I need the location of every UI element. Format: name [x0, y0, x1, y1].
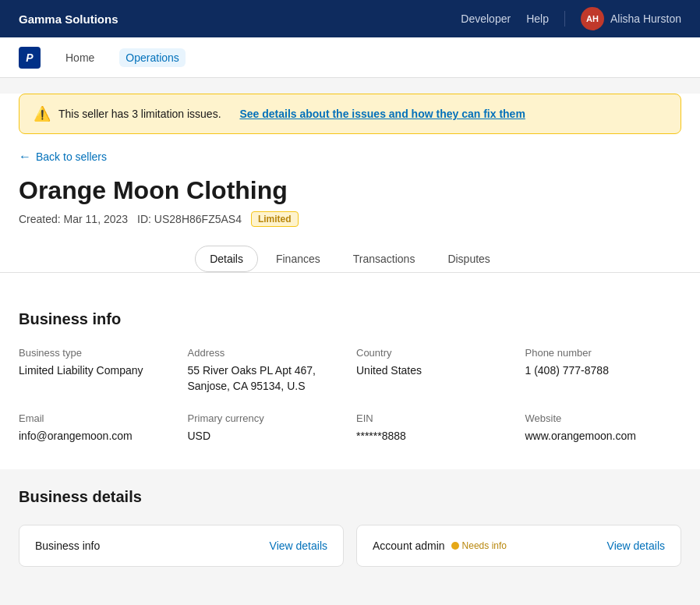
- user-name: Alisha Hurston: [610, 12, 681, 25]
- operations-link[interactable]: Operations: [119, 48, 185, 67]
- card-left-admin: Account admin Needs info: [373, 540, 507, 552]
- back-to-sellers[interactable]: ← Back to sellers: [19, 150, 681, 164]
- main-content: ⚠️ This seller has 3 limitation issues. …: [0, 94, 700, 605]
- help-link[interactable]: Help: [526, 12, 549, 25]
- field-currency-value: USD: [188, 429, 345, 444]
- field-country: Country United States: [356, 347, 513, 394]
- business-info-title: Business info: [19, 310, 681, 328]
- field-currency-label: Primary currency: [188, 412, 345, 424]
- back-arrow-icon: ←: [19, 150, 31, 164]
- back-link-text: Back to sellers: [36, 150, 107, 163]
- business-details-title: Business details: [19, 488, 681, 506]
- user-menu[interactable]: AH Alisha Hurston: [581, 7, 681, 30]
- seller-name: Orange Moon Clothing: [19, 176, 681, 205]
- home-link[interactable]: Home: [59, 48, 101, 67]
- developer-link[interactable]: Developer: [461, 12, 511, 25]
- field-business-type: Business type Limited Liability Company: [19, 347, 175, 394]
- business-info-card: Business info View details: [19, 525, 344, 567]
- field-website-value: www.orangemoon.com: [525, 429, 682, 444]
- seller-id: ID: US28H86FZ5AS4: [137, 213, 242, 225]
- card-business-info-label: Business info: [35, 540, 100, 552]
- warning-icon: ⚠️: [34, 105, 51, 122]
- brand-name: Gamma Solutions: [19, 12, 118, 26]
- alert-text: This seller has 3 limitation issues.: [58, 108, 221, 120]
- field-ein: EIN ******8888: [356, 412, 513, 444]
- field-country-label: Country: [356, 347, 513, 359]
- field-email: Email info@orangemoon.com: [19, 412, 175, 444]
- card-left: Business info: [35, 540, 100, 552]
- tab-details[interactable]: Details: [195, 246, 258, 272]
- business-info-section: Business info Business type Limited Liab…: [0, 292, 700, 444]
- field-website-label: Website: [525, 412, 682, 424]
- needs-dot-icon: [451, 542, 459, 550]
- field-website: Website www.orangemoon.com: [525, 412, 682, 444]
- field-email-label: Email: [19, 412, 175, 424]
- paypal-logo: P: [19, 47, 41, 69]
- top-nav: Gamma Solutions Developer Help AH Alisha…: [0, 0, 700, 37]
- status-badge: Limited: [251, 211, 299, 227]
- business-details-section: Business details Business info View deta…: [0, 469, 700, 586]
- seller-meta: Created: Mar 11, 2023 ID: US28H86FZ5AS4 …: [19, 211, 681, 227]
- needs-info-badge: Needs info: [451, 540, 507, 551]
- account-admin-card: Account admin Needs info View details: [356, 525, 681, 567]
- field-phone-value: 1 (408) 777-8788: [525, 363, 682, 379]
- detail-tabs: Details Finances Transactions Disputes: [0, 246, 700, 273]
- field-country-value: United States: [356, 363, 513, 379]
- field-address-label: Address: [188, 347, 345, 359]
- alert-banner: ⚠️ This seller has 3 limitation issues. …: [19, 94, 681, 134]
- card-account-admin-label: Account admin: [373, 540, 445, 552]
- avatar: AH: [581, 7, 604, 30]
- needs-info-text: Needs info: [462, 540, 507, 551]
- business-info-grid: Business type Limited Liability Company …: [19, 347, 681, 444]
- field-currency: Primary currency USD: [188, 412, 345, 444]
- tab-finances[interactable]: Finances: [261, 246, 335, 272]
- field-phone: Phone number 1 (408) 777-8788: [525, 347, 682, 394]
- seller-created: Created: Mar 11, 2023: [19, 213, 128, 225]
- account-admin-view-link[interactable]: View details: [607, 540, 665, 552]
- field-email-value: info@orangemoon.com: [19, 429, 175, 444]
- business-info-view-link[interactable]: View details: [270, 540, 327, 552]
- field-phone-label: Phone number: [525, 347, 682, 359]
- field-business-type-value: Limited Liability Company: [19, 363, 175, 379]
- tab-transactions[interactable]: Transactions: [338, 246, 430, 272]
- field-ein-value: ******8888: [356, 429, 513, 444]
- field-business-type-label: Business type: [19, 347, 175, 359]
- nav-divider: [564, 11, 565, 27]
- beneficial-owners-section: Beneficial owners Francis Ocean Needs in…: [0, 586, 700, 605]
- alert-link[interactable]: See details about the issues and how the…: [239, 108, 525, 120]
- sub-nav: P Home Operations: [0, 37, 700, 78]
- tab-disputes[interactable]: Disputes: [433, 246, 504, 272]
- field-address-value: 55 River Oaks PL Apt 467, Sanjose, CA 95…: [188, 363, 345, 394]
- field-address: Address 55 River Oaks PL Apt 467, Sanjos…: [188, 347, 345, 394]
- business-detail-cards: Business info View details Account admin…: [19, 525, 681, 567]
- seller-heading: Orange Moon Clothing Created: Mar 11, 20…: [0, 176, 700, 227]
- top-nav-right: Developer Help AH Alisha Hurston: [461, 7, 681, 30]
- field-ein-label: EIN: [356, 412, 513, 424]
